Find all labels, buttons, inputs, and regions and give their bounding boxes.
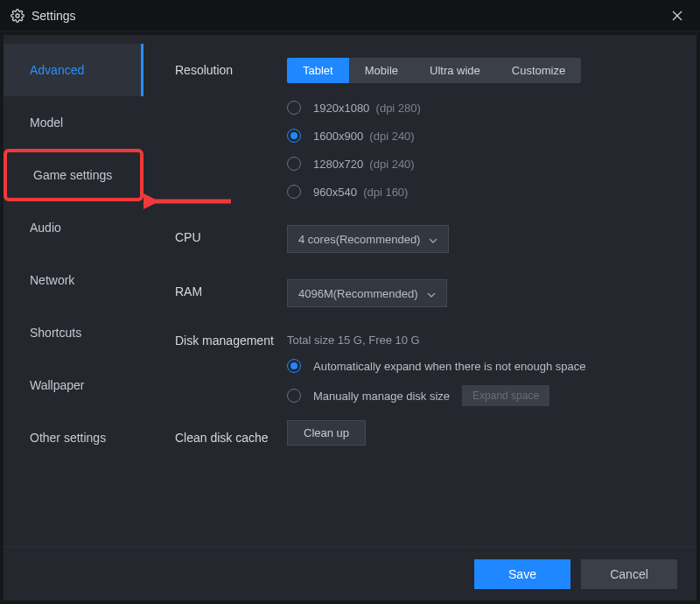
sidebar-item-advanced[interactable]: Advanced [4, 44, 144, 96]
ram-select[interactable]: 4096M(Recommended) [287, 279, 447, 307]
cpu-label: CPU [175, 225, 287, 244]
sidebar-item-label: Other settings [30, 431, 106, 445]
footer: Save Cancel [4, 546, 696, 600]
resolution-tabs: Tablet Mobile Ultra wide Customize [287, 58, 581, 83]
disk-auto-option[interactable]: Automatically expand when there is not e… [287, 359, 670, 373]
clean-row: Clean disk cache Clean up [175, 425, 670, 445]
chevron-down-icon [429, 233, 438, 246]
content: Resolution Tablet Mobile Ultra wide Cust… [144, 35, 696, 546]
radio-icon [287, 157, 301, 171]
resolution-controls: Tablet Mobile Ultra wide Customize 1920x… [287, 58, 670, 199]
ram-row: RAM 4096M(Recommended) [175, 279, 670, 307]
resolution-option[interactable]: 1280x720 (dpi 240) [287, 157, 670, 171]
resolution-row: Resolution Tablet Mobile Ultra wide Cust… [175, 58, 670, 199]
radio-icon [287, 389, 301, 403]
disk-info: Total size 15 G, Free 10 G [287, 334, 670, 347]
clean-up-button[interactable]: Clean up [287, 420, 366, 446]
tab-mobile[interactable]: Mobile [349, 58, 414, 83]
radio-icon [287, 101, 301, 115]
disk-row: Disk management Total size 15 G, Free 10… [175, 334, 670, 406]
cancel-button[interactable]: Cancel [581, 559, 677, 589]
sidebar-item-audio[interactable]: Audio [4, 201, 144, 254]
expand-space-button: Expand space [462, 385, 550, 406]
radio-icon [287, 129, 301, 143]
svg-point-0 [16, 14, 19, 18]
tab-customize[interactable]: Customize [496, 58, 581, 83]
ram-label: RAM [175, 279, 287, 298]
sidebar-item-label: Network [30, 273, 74, 287]
body: Advanced Model Game settings Audio Netwo… [4, 35, 696, 546]
cpu-selected: 4 cores(Recommended) [298, 233, 420, 246]
sidebar-item-label: Wallpaper [30, 378, 85, 392]
sidebar-item-label: Shortcuts [30, 326, 81, 340]
sidebar-item-network[interactable]: Network [4, 254, 144, 306]
sidebar-item-wallpaper[interactable]: Wallpaper [4, 359, 144, 411]
sidebar-item-model[interactable]: Model [4, 96, 144, 149]
sidebar: Advanced Model Game settings Audio Netwo… [4, 35, 144, 546]
titlebar: Settings [0, 0, 700, 32]
sidebar-item-label: Model [30, 116, 63, 130]
cpu-row: CPU 4 cores(Recommended) [175, 225, 670, 253]
resolution-options: 1920x1080 (dpi 280) 1600x900 (dpi 240) 1… [287, 101, 670, 199]
sidebar-item-label: Advanced [30, 63, 84, 77]
tab-tablet[interactable]: Tablet [287, 58, 349, 83]
gear-icon [10, 9, 24, 23]
disk-manual-option[interactable]: Manually manage disk size Expand space [287, 385, 670, 406]
clean-label: Clean disk cache [175, 425, 287, 445]
chevron-down-icon [427, 287, 436, 300]
disk-manual-label: Manually manage disk size [313, 390, 450, 403]
sidebar-item-label: Audio [30, 221, 61, 235]
disk-auto-label: Automatically expand when there is not e… [313, 360, 585, 373]
resolution-option[interactable]: 1600x900 (dpi 240) [287, 129, 670, 143]
save-button[interactable]: Save [474, 559, 570, 589]
sidebar-item-other[interactable]: Other settings [4, 411, 144, 464]
radio-icon [287, 359, 301, 373]
resolution-label: Resolution [175, 58, 287, 77]
sidebar-item-shortcuts[interactable]: Shortcuts [4, 306, 144, 359]
resolution-option[interactable]: 1920x1080 (dpi 280) [287, 101, 670, 115]
sidebar-item-label: Game settings [33, 168, 112, 182]
resolution-option[interactable]: 960x540 (dpi 160) [287, 185, 670, 199]
sidebar-item-game-settings[interactable]: Game settings [4, 149, 144, 201]
close-icon [672, 11, 682, 21]
tab-ultrawide[interactable]: Ultra wide [414, 58, 496, 83]
settings-window: Settings Advanced Model Game settings Au… [0, 0, 700, 604]
disk-label: Disk management [175, 334, 287, 348]
close-button[interactable] [665, 4, 690, 28]
window-title: Settings [32, 9, 76, 23]
cpu-select[interactable]: 4 cores(Recommended) [287, 225, 449, 253]
ram-selected: 4096M(Recommended) [298, 287, 418, 300]
radio-icon [287, 185, 301, 199]
